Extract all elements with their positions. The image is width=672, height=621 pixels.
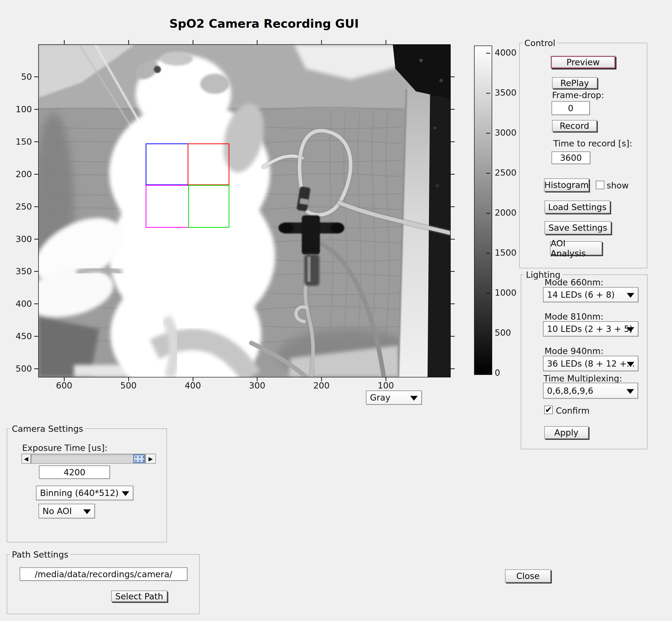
time-multiplexing-value: 0,6,8,6,9,6 bbox=[547, 386, 593, 396]
path-settings-panel: Path Settings bbox=[7, 554, 200, 614]
save-settings-button[interactable]: Save Settings bbox=[544, 221, 611, 234]
time-to-record-input[interactable]: 3600 bbox=[551, 152, 590, 164]
aoi-rect-red[interactable] bbox=[188, 143, 229, 185]
y-tick-label: 350 bbox=[15, 266, 32, 276]
replay-button[interactable]: RePlay bbox=[552, 77, 597, 89]
mode-810-value: 10 LEDs (2 + 3 + 5) bbox=[547, 324, 633, 334]
exposure-slider-track[interactable] bbox=[31, 454, 145, 464]
y-tick-right bbox=[450, 336, 455, 337]
time-multiplexing-select[interactable]: 0,6,8,6,9,6 bbox=[543, 383, 638, 399]
x-tick-label: 100 bbox=[378, 380, 394, 390]
exposure-slider-thumb[interactable] bbox=[133, 454, 145, 463]
load-settings-button[interactable]: Load Settings bbox=[544, 201, 610, 213]
confirm-checkbox-label: Confirm bbox=[556, 406, 589, 415]
camera-settings-panel-title: Camera Settings bbox=[10, 424, 85, 434]
time-multiplexing-label: Time Multiplexing: bbox=[543, 374, 622, 383]
colormap-value: Gray bbox=[370, 392, 390, 403]
x-tick-top bbox=[128, 40, 129, 45]
mode-940-value: 36 LEDs (8 + 12 +... bbox=[547, 359, 635, 369]
colorbar-tick bbox=[486, 93, 490, 94]
colorbar-tick-label: 2500 bbox=[495, 168, 517, 178]
mode-660-select[interactable]: 14 LEDs (6 + 8) bbox=[543, 287, 638, 302]
colorbar-tick-label: 3500 bbox=[495, 88, 517, 98]
path-settings-panel-title: Path Settings bbox=[10, 549, 71, 560]
mode-940-select[interactable]: 36 LEDs (8 + 12 +... bbox=[543, 356, 638, 371]
y-tick-label: 200 bbox=[15, 169, 32, 179]
mode-810-select[interactable]: 10 LEDs (2 + 3 + 5) bbox=[543, 321, 638, 336]
binning-select[interactable]: Binning (640*512) bbox=[36, 486, 133, 500]
colorbar-tick bbox=[486, 213, 490, 214]
x-tick-top bbox=[193, 40, 193, 45]
aoi-rect-blue[interactable] bbox=[146, 143, 188, 185]
y-tick-right bbox=[450, 77, 455, 77]
y-tick bbox=[34, 174, 39, 175]
colorbar-tick bbox=[486, 173, 490, 174]
colormap-select[interactable]: Gray bbox=[366, 390, 422, 405]
y-tick-right bbox=[450, 109, 455, 110]
y-tick bbox=[34, 77, 39, 77]
y-tick-right bbox=[450, 141, 455, 142]
colorbar-tick bbox=[486, 53, 490, 53]
x-tick-label: 600 bbox=[56, 380, 73, 390]
chevron-down-icon bbox=[627, 293, 634, 298]
apply-button[interactable]: Apply bbox=[544, 426, 588, 439]
y-tick bbox=[34, 336, 39, 337]
histogram-button[interactable]: Histogram bbox=[544, 178, 589, 192]
recording-path-input[interactable]: /media/data/recordings/camera/ bbox=[19, 568, 187, 581]
close-button[interactable]: Close bbox=[505, 569, 551, 582]
colorbar-tick bbox=[486, 373, 490, 374]
aoi-rect-magenta[interactable] bbox=[146, 185, 189, 228]
chevron-down-icon bbox=[627, 362, 634, 367]
colorbar-tick-label: 4000 bbox=[495, 48, 517, 57]
aoi-mode-value: No AOI bbox=[43, 506, 72, 516]
y-tick-label: 100 bbox=[15, 104, 32, 114]
binning-value: Binning (640*512) bbox=[40, 488, 119, 498]
frame-drop-input[interactable]: 0 bbox=[551, 101, 590, 115]
exposure-time-label: Exposure Time [us]: bbox=[22, 443, 107, 453]
y-tick bbox=[34, 271, 39, 272]
show-checkbox[interactable] bbox=[596, 181, 604, 189]
chevron-down-icon bbox=[626, 389, 634, 394]
mode-660-label: Mode 660nm: bbox=[544, 278, 603, 287]
colorbar-tick-label: 0 bbox=[495, 368, 500, 378]
chevron-down-icon bbox=[410, 396, 418, 401]
colorbar-tick bbox=[486, 253, 490, 254]
y-tick-label: 400 bbox=[15, 299, 32, 309]
time-to-record-label: Time to record [s]: bbox=[553, 139, 632, 148]
record-button[interactable]: Record bbox=[552, 120, 597, 132]
camera-preview-axes: 6005004003002001005010015020025030035040… bbox=[38, 44, 451, 377]
chevron-down-icon bbox=[122, 491, 129, 496]
x-tick-top bbox=[64, 40, 64, 45]
aoi-mode-select[interactable]: No AOI bbox=[39, 504, 95, 518]
y-tick-label: 450 bbox=[15, 331, 32, 341]
aoi-analysis-button[interactable]: AOI Analysis bbox=[550, 241, 602, 255]
show-checkbox-label: show bbox=[607, 181, 629, 190]
mode-940-label: Mode 940nm: bbox=[544, 346, 603, 356]
colorbar-tick bbox=[486, 133, 490, 134]
exposure-time-input[interactable]: 4200 bbox=[39, 465, 110, 479]
preview-button[interactable]: Preview bbox=[551, 56, 616, 69]
y-tick bbox=[34, 239, 39, 240]
colorbar-tick-label: 500 bbox=[495, 328, 511, 338]
y-tick-right bbox=[450, 271, 455, 272]
x-tick-top bbox=[321, 40, 322, 45]
mode-810-label: Mode 810nm: bbox=[544, 312, 603, 321]
colorbar-tick-label: 2000 bbox=[495, 208, 517, 218]
x-tick-top bbox=[386, 40, 386, 45]
x-tick-label: 200 bbox=[313, 380, 330, 390]
camera-preview-image bbox=[39, 45, 450, 377]
confirm-checkbox[interactable] bbox=[544, 406, 553, 414]
x-tick-label: 500 bbox=[120, 380, 137, 390]
chevron-down-icon bbox=[83, 509, 91, 514]
y-tick bbox=[34, 109, 39, 110]
y-tick-label: 300 bbox=[15, 234, 32, 244]
select-path-button[interactable]: Select Path bbox=[111, 590, 167, 602]
page-title: SpO2 Camera Recording GUI bbox=[169, 16, 359, 31]
aoi-rect-green[interactable] bbox=[188, 185, 229, 228]
colorbar-tick bbox=[486, 293, 490, 294]
slider-left-arrow[interactable]: ◀ bbox=[21, 454, 31, 464]
y-tick bbox=[34, 206, 39, 207]
control-panel-title: Control bbox=[522, 38, 557, 48]
colorbar bbox=[474, 46, 492, 375]
slider-right-arrow[interactable]: ▶ bbox=[145, 454, 156, 464]
